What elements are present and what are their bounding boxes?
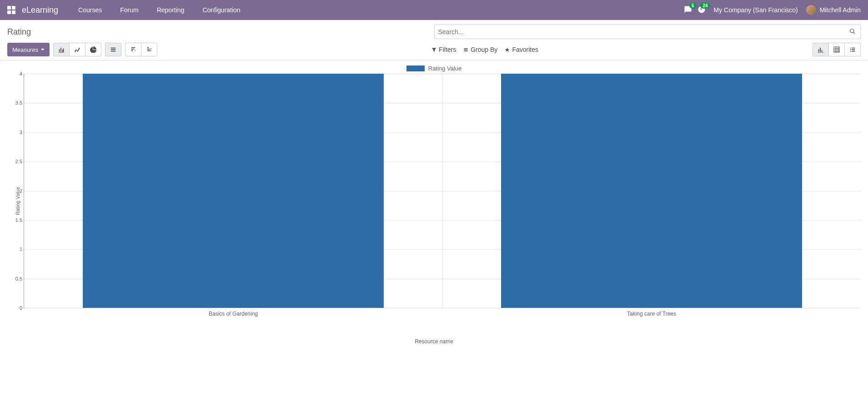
list-view-button[interactable]	[844, 43, 861, 56]
stacked-button[interactable]	[105, 43, 121, 56]
favorites-button[interactable]: Favorites	[505, 46, 538, 53]
measures-button[interactable]: Measures	[7, 43, 50, 56]
search-input[interactable]	[435, 28, 845, 35]
chart-legend: Rating Value	[0, 65, 868, 72]
filters-button[interactable]: Filters	[431, 46, 456, 53]
group-by-button[interactable]: Group By	[463, 46, 497, 53]
gridline	[24, 308, 861, 308]
pie-chart-button[interactable]	[85, 43, 101, 56]
avatar	[806, 5, 816, 15]
sort-desc-icon	[130, 46, 136, 53]
sort-group	[125, 43, 157, 56]
list-icon	[849, 46, 856, 53]
messages-count: 5	[689, 3, 697, 9]
sort-asc-icon	[146, 46, 152, 53]
page-title: Rating	[7, 27, 31, 37]
stack-icon	[110, 46, 116, 53]
view-switcher	[813, 43, 861, 56]
nav-reporting[interactable]: Reporting	[150, 6, 192, 14]
systray: 5 24	[684, 5, 706, 15]
search-options: Filters Group By Favorites	[431, 46, 538, 53]
user-menu[interactable]: Mitchell Admin	[806, 5, 861, 15]
control-panel: Rating Measures Filters Group By Fa	[0, 20, 868, 60]
navbar: eLearning Courses Forum Reporting Config…	[0, 0, 868, 20]
chart-plot: Rating Value 00.511.522.533.54Basics of …	[9, 74, 861, 328]
y-tick: 3.5	[10, 100, 22, 106]
group-icon	[463, 47, 468, 52]
bar-chart-button[interactable]	[53, 43, 70, 56]
x-axis-label: Resource name	[0, 338, 868, 345]
gridline	[442, 74, 443, 308]
graph-icon	[818, 46, 824, 53]
navbar-left: eLearning Courses Forum Reporting Config…	[7, 5, 248, 15]
x-tick: Taking care of Trees	[627, 311, 676, 317]
pivot-icon	[833, 46, 840, 53]
legend-swatch	[406, 65, 425, 71]
sort-desc-button[interactable]	[125, 43, 141, 56]
search-button[interactable]	[845, 28, 860, 36]
nav-forum[interactable]: Forum	[113, 6, 146, 14]
y-tick: 4	[10, 71, 22, 76]
x-tick: Basics of Gardening	[209, 311, 258, 317]
user-name: Mitchell Admin	[820, 6, 861, 14]
stacking-group	[105, 43, 121, 56]
nav-configuration[interactable]: Configuration	[195, 6, 247, 14]
bar-chart-icon	[58, 46, 65, 53]
y-tick: 1.5	[10, 217, 22, 223]
graph-view-button[interactable]	[813, 43, 829, 56]
toolbar-left: Measures	[7, 43, 157, 56]
grid-area: 00.511.522.533.54Basics of GardeningTaki…	[24, 74, 861, 308]
search-icon	[849, 28, 856, 35]
activities-count: 24	[700, 3, 710, 9]
sort-asc-button[interactable]	[141, 43, 157, 56]
chart-type-group	[53, 43, 101, 56]
pie-chart-icon	[90, 46, 96, 53]
y-tick: 3	[10, 130, 22, 135]
line-chart-button[interactable]	[69, 43, 85, 56]
nav-courses[interactable]: Courses	[71, 6, 109, 14]
legend-label: Rating Value	[428, 65, 462, 72]
brand[interactable]: eLearning	[22, 5, 58, 15]
pivot-view-button[interactable]	[828, 43, 845, 56]
star-icon	[505, 47, 510, 52]
apps-icon[interactable]	[7, 6, 15, 14]
y-tick: 0.5	[10, 276, 22, 281]
y-tick: 2.5	[10, 159, 22, 164]
y-tick: 0	[10, 305, 22, 311]
messages-button[interactable]: 5	[684, 5, 692, 15]
chart-area: Rating Value Rating Value 00.511.522.533…	[0, 60, 868, 349]
y-tick: 1	[10, 246, 22, 252]
activities-button[interactable]: 24	[697, 5, 706, 15]
company-switcher[interactable]: My Company (San Francisco)	[714, 6, 798, 14]
line-chart-icon	[74, 46, 80, 53]
chart-bar[interactable]	[83, 74, 384, 308]
search-bar	[434, 25, 861, 39]
filter-icon	[431, 47, 437, 52]
chart-bar[interactable]	[501, 74, 802, 308]
y-tick: 2	[10, 188, 22, 194]
navbar-right: 5 24 My Company (San Francisco) Mitchell…	[684, 5, 861, 15]
